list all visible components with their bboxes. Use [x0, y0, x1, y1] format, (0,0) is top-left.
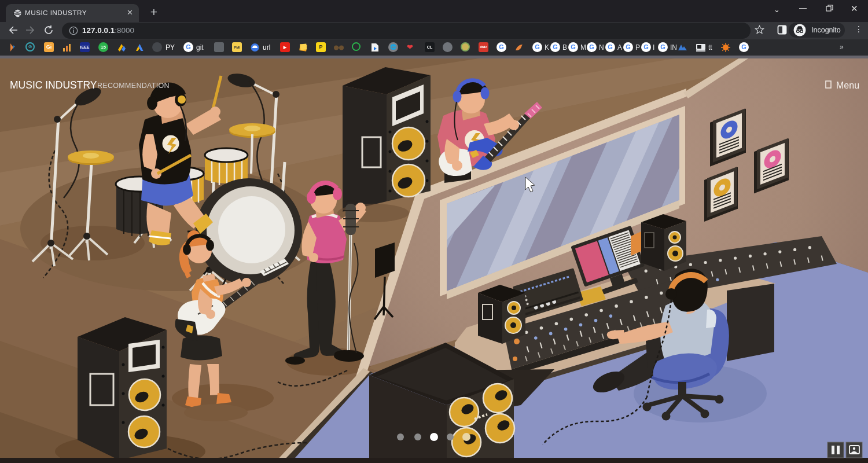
- svg-text:MUSIC INDUSTRY: MUSIC INDUSTRY: [10, 79, 97, 91]
- svg-text:Menu: Menu: [836, 80, 859, 90]
- svg-text:RECOMMENDATION: RECOMMENDATION: [97, 82, 170, 90]
